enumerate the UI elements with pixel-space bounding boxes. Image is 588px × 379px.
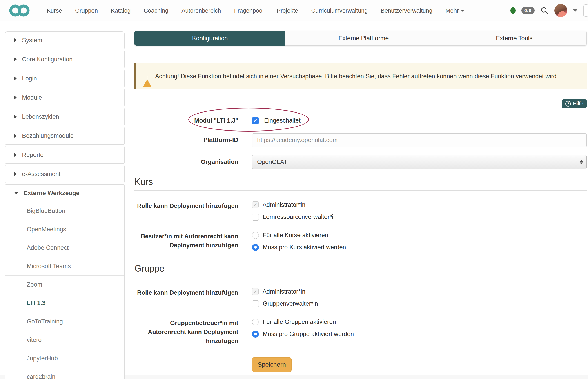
platform-id-input[interactable] bbox=[252, 133, 587, 147]
sidebar-subitem-label: vitero bbox=[27, 336, 42, 344]
sidebar-subitem-label: BigBlueButton bbox=[27, 207, 65, 214]
kurs-row-0-label: Rolle kann Deployment hinzufügen bbox=[134, 201, 238, 211]
sidebar-panel-e-assessment: e-Assessment bbox=[5, 165, 124, 183]
radio-f-r-alle-gruppen-aktivieren[interactable] bbox=[252, 318, 259, 326]
organisation-label: Organisation bbox=[134, 158, 238, 167]
option-gruppenverwalter-in: Gruppenverwalter*in bbox=[252, 300, 318, 307]
option-label: Lernressourcenverwalter*in bbox=[263, 214, 337, 221]
nav-item-projekte[interactable]: Projekte bbox=[277, 7, 298, 14]
option-label: Für alle Gruppen aktivieren bbox=[263, 318, 336, 326]
radio-f-r-alle-kurse-aktivieren[interactable] bbox=[252, 232, 259, 239]
chevron-down-icon[interactable] bbox=[573, 9, 577, 12]
sidebar-item-label: Core Konfiguration bbox=[22, 56, 73, 63]
sidebar-panel-system: System bbox=[5, 32, 124, 49]
sidebar-subitem-zoom[interactable]: Zoom bbox=[5, 275, 124, 294]
kurs-row-0-options: ✓Administrator*inLernressourcenverwalter… bbox=[252, 201, 337, 221]
sidebar-subitem-microsoft-teams[interactable]: Microsoft Teams bbox=[5, 257, 124, 275]
nav-item-mehr[interactable]: Mehr bbox=[446, 7, 464, 14]
sidebar-subitem-vitero[interactable]: vitero bbox=[5, 331, 124, 349]
main-nav: KurseGruppenKatalogCoachingAutorenbereic… bbox=[47, 7, 464, 14]
sidebar-item-label: Reporte bbox=[22, 152, 44, 158]
option-lernressourcenverwalter-in: Lernressourcenverwalter*in bbox=[252, 214, 337, 221]
nav-item-autorenbereich[interactable]: Autorenbereich bbox=[181, 7, 221, 14]
sidebar-subitem-label: LTI 1.3 bbox=[27, 300, 46, 307]
sidebar-panel-login: Login bbox=[5, 70, 124, 87]
checkbox-lernressourcenverwalter-in[interactable] bbox=[252, 214, 259, 221]
tab-konfiguration[interactable]: Konfiguration bbox=[134, 31, 285, 46]
sidebar-subitem-lti-1-3[interactable]: LTI 1.3 bbox=[5, 294, 124, 312]
sidebar-panel-bezahlungsmodule: Bezahlungsmodule bbox=[5, 127, 124, 144]
platform-id-row: Plattform-ID bbox=[134, 133, 587, 147]
option-administrator-in: ✓Administrator*in bbox=[252, 288, 318, 295]
radio-muss-pro-gruppe-aktiviert-werden[interactable] bbox=[252, 331, 259, 338]
nav-item-gruppen[interactable]: Gruppen bbox=[75, 7, 98, 14]
user-avatar[interactable] bbox=[554, 4, 567, 17]
save-button[interactable]: Speichern bbox=[252, 357, 292, 372]
sidebar-subitem-label: Adobe Connect bbox=[27, 244, 69, 251]
tab-externe-tools[interactable]: Externe Tools bbox=[442, 31, 587, 46]
sidebar-subitem-card2brain[interactable]: card2brain bbox=[5, 367, 124, 379]
select-arrows-icon bbox=[580, 160, 583, 164]
help-button[interactable]: ? Hilfe bbox=[562, 99, 587, 108]
gruppe-row-0-label: Rolle kann Deployment hinzufügen bbox=[134, 288, 238, 297]
chevron-right-icon bbox=[14, 153, 17, 157]
nav-item-fragenpool[interactable]: Fragenpool bbox=[234, 7, 264, 14]
sidebar-item-login[interactable]: Login bbox=[5, 70, 124, 87]
sidebar-item-externe-werkzeuge[interactable]: Externe Werkzeuge bbox=[5, 185, 124, 202]
sidebar-item-label: System bbox=[22, 37, 42, 44]
chevron-right-icon bbox=[14, 77, 17, 80]
warning-banner: ! Achtung! Diese Funktion befindet sich … bbox=[134, 63, 587, 90]
organisation-row: Organisation OpenOLAT bbox=[134, 155, 587, 169]
module-enabled-checkbox-label: Eingeschaltet bbox=[264, 117, 300, 124]
option-f-r-alle-gruppen-aktivieren: Für alle Gruppen aktivieren bbox=[252, 318, 354, 326]
checkbox-administrator-in: ✓ bbox=[252, 288, 259, 295]
sidebar-item-core-konfiguration[interactable]: Core Konfiguration bbox=[5, 51, 124, 68]
radio-muss-pro-kurs-aktiviert-werden[interactable] bbox=[252, 244, 259, 251]
sidebar-item-bezahlungsmodule[interactable]: Bezahlungsmodule bbox=[5, 127, 124, 144]
sidebar-subitem-openmeetings[interactable]: OpenMeetings bbox=[5, 220, 124, 238]
kurs-row-1: Besitzer*in mit Autorenrecht kann Deploy… bbox=[134, 232, 587, 251]
option-label: Administrator*in bbox=[263, 288, 306, 295]
notification-count-badge[interactable]: 0/0 bbox=[522, 7, 535, 14]
nav-item-benutzerverwaltung[interactable]: Benutzerverwaltung bbox=[381, 7, 433, 14]
top-navbar: KurseGruppenKatalogCoachingAutorenbereic… bbox=[0, 0, 588, 21]
nav-item-kurse[interactable]: Kurse bbox=[47, 7, 62, 14]
option-label: Muss pro Gruppe aktiviert werden bbox=[263, 331, 354, 338]
option-label: Für alle Kurse aktivieren bbox=[263, 232, 328, 239]
sidebar-subitem-adobe-connect[interactable]: Adobe Connect bbox=[5, 238, 124, 257]
edge-button-partial[interactable] bbox=[583, 4, 588, 17]
sidebar-item-module[interactable]: Module bbox=[5, 89, 124, 106]
warning-triangle-icon: ! bbox=[143, 73, 152, 80]
chevron-down-icon bbox=[461, 10, 464, 12]
sidebar-item-system[interactable]: System bbox=[5, 32, 124, 49]
settings-sidebar: SystemCore KonfigurationLoginModuleLeben… bbox=[5, 32, 124, 379]
sidebar-item-lebenszyklen[interactable]: Lebenszyklen bbox=[5, 108, 124, 125]
checkbox-gruppenverwalter-in[interactable] bbox=[252, 300, 259, 307]
sidebar-subitem-label: card2brain bbox=[27, 373, 56, 379]
nav-item-curriculumverwaltung[interactable]: Curriculumverwaltung bbox=[311, 7, 368, 14]
module-enabled-checkbox[interactable]: ✓ bbox=[252, 117, 259, 124]
option-label: Gruppenverwalter*in bbox=[263, 300, 318, 307]
sidebar-item-e-assessment[interactable]: e-Assessment bbox=[5, 165, 124, 183]
navbar-right: 0/0 bbox=[511, 4, 588, 17]
gruppe-row-0-options: ✓Administrator*inGruppenverwalter*in bbox=[252, 288, 318, 307]
option-label: Administrator*in bbox=[263, 201, 306, 208]
gruppe-section-rule bbox=[134, 277, 587, 277]
sidebar-subitem-bigbluebutton[interactable]: BigBlueButton bbox=[5, 202, 124, 220]
gruppe-section-heading: Gruppe bbox=[134, 264, 587, 274]
page: KurseGruppenKatalogCoachingAutorenbereic… bbox=[0, 0, 588, 379]
nav-item-katalog[interactable]: Katalog bbox=[111, 7, 131, 14]
organisation-select[interactable]: OpenOLAT bbox=[252, 155, 587, 169]
openolat-logo[interactable] bbox=[9, 4, 31, 17]
tab-externe-plattforme[interactable]: Externe Plattforme bbox=[285, 31, 442, 46]
sidebar-panel-module: Module bbox=[5, 89, 124, 106]
question-circle-icon: ? bbox=[565, 101, 571, 107]
warning-text: Achtung! Diese Funktion befindet sich in… bbox=[155, 73, 558, 80]
sidebar-item-reporte[interactable]: Reporte bbox=[5, 146, 124, 163]
sidebar-subitem-jupyterhub[interactable]: JupyterHub bbox=[5, 349, 124, 367]
sidebar-subitem-gototraining[interactable]: GoToTraining bbox=[5, 312, 124, 331]
sidebar-subitem-label: JupyterHub bbox=[27, 355, 58, 362]
sidebar-subitem-label: Zoom bbox=[27, 281, 42, 288]
nav-item-coaching[interactable]: Coaching bbox=[144, 7, 168, 14]
search-icon[interactable] bbox=[540, 6, 548, 15]
